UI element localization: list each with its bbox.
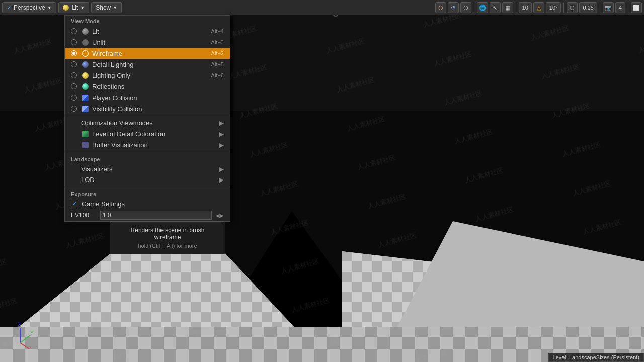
fullscreen-icon-btn[interactable]: ⬜ <box>631 2 642 13</box>
menu-item-lit[interactable]: Lit Alt+4 <box>65 26 230 37</box>
camera-icon-btn[interactable]: 📷 <box>603 2 614 13</box>
dropdown-arrow-icon: ▼ <box>47 5 52 10</box>
sep5 <box>628 3 628 13</box>
lighting-radio <box>71 72 77 78</box>
toolbar-icon-2[interactable]: ↺ <box>448 2 459 13</box>
lit-icon <box>81 27 89 35</box>
vis-radio <box>71 106 77 112</box>
perspective-label: Perspective <box>14 4 45 11</box>
tooltip-main-text: Renders the scene in brush wireframe <box>117 227 218 241</box>
toolbar-right: ⬡ ↺ ⬡ 🌐 ↖ ▦ 10 △ 10° ⬡ 0.25 📷 4 ⬜ <box>435 2 642 13</box>
x-axis-label: x <box>29 345 32 350</box>
dropdown-menu: View Mode Lit Alt+4 Unlit Alt+3 Wirefram… <box>64 15 230 222</box>
lighting-only-icon <box>81 71 89 79</box>
svg-line-17 <box>20 335 30 343</box>
reflect-radio <box>71 83 77 89</box>
menu-item-reflections[interactable]: Reflections <box>65 81 230 92</box>
show-dropdown-icon: ▼ <box>113 5 117 10</box>
svg-line-18 <box>20 343 29 349</box>
lod-coloration-label: Level of Detail Coloration <box>92 130 217 138</box>
checkmark-icon: ✓ <box>7 4 12 11</box>
detail-shortcut: Alt+5 <box>211 61 224 67</box>
player-collision-icon <box>81 94 89 102</box>
unlit-item-label: Unlit <box>92 39 207 46</box>
tooltip-hint-text: hold (Ctrl + Alt) for more <box>117 243 218 249</box>
menu-item-lod[interactable]: LOD ▶ <box>65 174 230 185</box>
player-collision-label: Player Collision <box>92 94 220 102</box>
menu-item-unlit[interactable]: Unlit Alt+3 <box>65 37 230 48</box>
y-axis-label: Y <box>30 330 34 336</box>
opt-arrow-icon: ▶ <box>219 119 224 127</box>
menu-item-buffer[interactable]: Buffer Visualization ▶ <box>65 139 230 150</box>
grid-icon-btn[interactable]: ▦ <box>502 2 513 13</box>
menu-item-detail-lighting[interactable]: Detail Lighting Alt+5 <box>65 59 230 70</box>
wireframe-shortcut: Alt+2 <box>211 50 224 56</box>
reflections-icon <box>81 82 89 90</box>
scale-btn[interactable]: 0.25 <box>579 2 597 13</box>
wireframe-item-label: Wireframe <box>92 50 207 57</box>
visibility-collision-icon <box>81 105 89 113</box>
ev100-slider-icon: ◀▶ <box>216 213 224 218</box>
menu-item-game-settings[interactable]: ✓ Game Settings <box>65 199 230 209</box>
buffer-icon <box>81 141 89 149</box>
unlit-shortcut: Alt+3 <box>211 39 224 45</box>
axis-indicator: Z Y x <box>10 323 35 352</box>
status-text: Level: LandscapeSizes (Persistent) <box>553 354 639 360</box>
z-axis-label: Z <box>18 323 21 328</box>
lit-button[interactable]: Lit ▼ <box>58 2 90 13</box>
lit-dropdown-icon: ▼ <box>80 5 85 10</box>
menu-item-lod-coloration[interactable]: Level of Detail Coloration ▶ <box>65 128 230 139</box>
show-button[interactable]: Show ▼ <box>91 2 122 13</box>
ev100-input[interactable] <box>100 211 212 220</box>
sep4 <box>600 3 600 13</box>
menu-item-visualizers[interactable]: Visualizers ▶ <box>65 164 230 174</box>
ev100-row: EV100 ◀▶ <box>65 209 230 221</box>
sep2 <box>516 3 516 13</box>
toolbar: ✓ Perspective ▼ Lit ▼ Show ▼ ⬡ ↺ ⬡ 🌐 ↖ ▦… <box>0 0 644 15</box>
game-settings-checkbox[interactable]: ✓ <box>71 201 77 207</box>
snap-icon-btn[interactable]: ⬡ <box>567 2 578 13</box>
menu-item-lighting-only[interactable]: Lighting Only Alt+6 <box>65 70 230 81</box>
show-label: Show <box>96 4 111 11</box>
lit-shortcut: Alt+4 <box>211 28 224 34</box>
optimization-label: Optimization Viewmodes <box>81 119 217 127</box>
lod-sub-arrow-icon: ▶ <box>219 176 224 184</box>
toolbar-icon-1[interactable]: ⬡ <box>435 2 446 13</box>
divider-2 <box>65 152 230 152</box>
view-mode-label: View Mode <box>65 16 230 26</box>
lighting-shortcut: Alt+6 <box>211 72 224 78</box>
buf-arrow-icon: ▶ <box>219 141 224 149</box>
globe-icon-btn[interactable]: 🌐 <box>477 2 488 13</box>
player-radio <box>71 95 77 101</box>
angle-btn[interactable]: 10° <box>546 2 561 13</box>
exposure-section-label: Exposure <box>65 189 230 199</box>
menu-item-visibility-collision[interactable]: Visibility Collision <box>65 103 230 114</box>
check-icon: ✓ <box>72 201 76 207</box>
sep1 <box>474 3 474 13</box>
lit-sphere-icon <box>63 5 69 11</box>
perspective-button[interactable]: ✓ Perspective ▼ <box>2 2 56 13</box>
toolbar-icon-3[interactable]: ⬡ <box>460 2 471 13</box>
menu-item-optimization[interactable]: Optimization Viewmodes ▶ <box>65 118 230 128</box>
divider-1 <box>65 116 230 116</box>
detail-lighting-icon <box>81 60 89 68</box>
menu-item-player-collision[interactable]: Player Collision <box>65 92 230 103</box>
camera-num-btn[interactable]: 4 <box>615 2 625 13</box>
detail-lighting-label: Detail Lighting <box>92 61 207 68</box>
lod-coloration-icon <box>81 130 89 138</box>
lit-label: Lit <box>72 4 78 11</box>
wireframe-radio <box>71 50 77 56</box>
warning-icon-btn[interactable]: △ <box>533 2 544 13</box>
detail-radio <box>71 61 77 67</box>
divider-3 <box>65 187 230 187</box>
lit-radio <box>71 28 77 34</box>
lod-arrow-icon: ▶ <box>219 130 224 138</box>
game-settings-label: Game Settings <box>82 200 224 208</box>
reflections-label: Reflections <box>92 83 220 90</box>
num-10-btn[interactable]: 10 <box>519 2 532 13</box>
lighting-only-label: Lighting Only <box>92 72 207 79</box>
menu-item-wireframe[interactable]: Wireframe Alt+2 <box>65 48 230 59</box>
unlit-icon <box>81 38 89 46</box>
cursor-icon-btn[interactable]: ↖ <box>490 2 501 13</box>
svg-rect-7 <box>0 327 644 362</box>
